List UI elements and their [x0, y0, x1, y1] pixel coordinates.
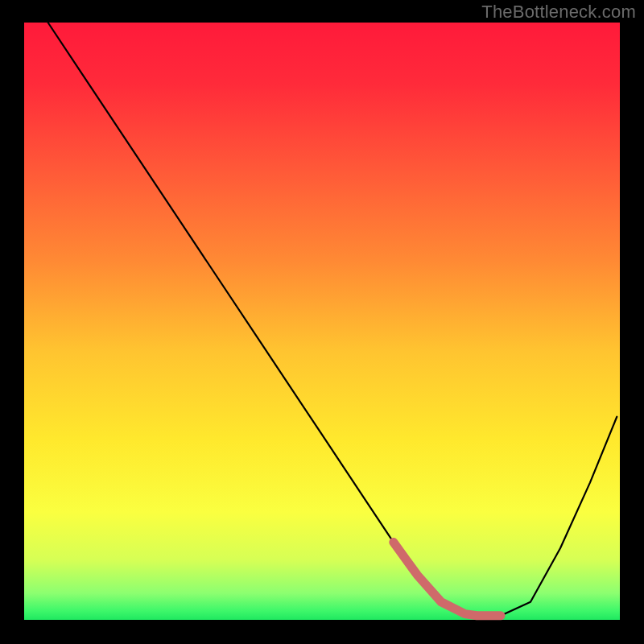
plot-background [24, 23, 620, 620]
watermark-text: TheBottleneck.com [481, 2, 636, 23]
bottleneck-chart [0, 0, 644, 644]
chart-container: TheBottleneck.com [0, 0, 644, 644]
